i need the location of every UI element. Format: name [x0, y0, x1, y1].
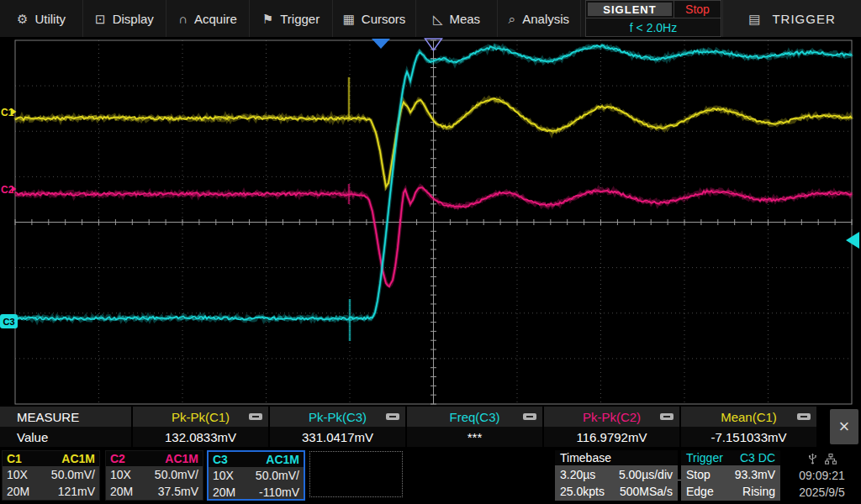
menu-analysis[interactable]: Analysis — [498, 0, 581, 37]
menu-analysis-label: Analysis — [522, 12, 569, 26]
cursors-grid-icon — [343, 13, 355, 25]
remove-measurement-button[interactable] — [386, 413, 399, 420]
trigger-source-coupling: C3 DC — [740, 451, 775, 465]
timebase-scale: 5.00µs/div — [619, 468, 673, 481]
menu-display-label: Display — [113, 12, 154, 26]
acquisition-status-box[interactable]: SIGLENT Stop f < 2.0Hz — [585, 0, 721, 37]
measure-value-label: Value — [0, 427, 133, 447]
clock-panel: 09:09:21 2025/9/5 — [784, 450, 859, 501]
measurement-label: Pk-Pk(C2) — [583, 410, 641, 424]
clock-date: 2025/9/5 — [799, 486, 845, 499]
trigger-position-marker[interactable] — [372, 39, 390, 49]
measurement-label: Mean(C1) — [721, 410, 777, 424]
measurement-label: Pk-Pk(C1) — [172, 410, 230, 424]
clock-time: 09:09:21 — [799, 469, 845, 482]
menu-utility[interactable]: Utility — [0, 0, 83, 37]
waveform-display[interactable]: C1C2C3 — [0, 38, 861, 407]
trigger-state: Stop — [686, 468, 710, 481]
measure-panel-title: MEASURE — [0, 407, 133, 427]
measure-panel: MEASURE Pk-Pk(C1) Pk-Pk(C3) Freq(C3) Pk-… — [0, 407, 861, 447]
probe-attenuation: 10X — [213, 469, 234, 482]
siglent-logo: SIGLENT — [588, 3, 672, 16]
close-measure-panel-button[interactable]: × — [830, 409, 858, 444]
measure-value-row: Value 132.0833mV 331.0417mV *** 116.9792… — [0, 427, 861, 447]
channel-box-c3[interactable]: C3 AC1M 10X50.0mV/ 20M-110mV — [207, 450, 305, 501]
channel-box-c1[interactable]: C1 AC1M 10X50.0mV/ 20M121mV — [2, 450, 100, 501]
trigger-panel-label: TRIGGER — [772, 12, 835, 26]
analysis-search-icon — [509, 13, 515, 25]
measure-header-row: MEASURE Pk-Pk(C1) Pk-Pk(C3) Freq(C3) Pk-… — [0, 407, 861, 427]
menu-display[interactable]: Display — [83, 0, 166, 37]
remove-measurement-button[interactable] — [797, 413, 811, 420]
trigger-frequency-readout: f < 2.0Hz — [586, 18, 721, 36]
volts-per-div: 50.0mV/ — [51, 468, 95, 481]
gear-icon — [17, 13, 28, 25]
lan-icon — [825, 454, 837, 465]
flag-icon — [262, 13, 273, 25]
trigger-level-marker[interactable] — [846, 232, 859, 249]
memory-depth: 25.0kpts — [560, 485, 605, 498]
menu-trigger-label: Trigger — [280, 12, 320, 26]
menu-cursors[interactable]: Cursors — [333, 0, 416, 37]
channel-coupling: AC1M — [61, 452, 95, 465]
channel-id: C1 — [7, 452, 22, 465]
volts-per-div: 50.0mV/ — [256, 469, 299, 482]
menu-trigger[interactable]: Trigger — [250, 0, 333, 37]
timebase-delay: 3.20µs — [560, 468, 595, 481]
trigger-title: Trigger — [686, 451, 723, 465]
remove-measurement-button[interactable] — [660, 413, 673, 420]
menu-meas[interactable]: Meas — [416, 0, 498, 37]
probe-attenuation: 10X — [7, 468, 28, 481]
scope-graticule: C1C2C3 — [0, 38, 861, 407]
measurement-value: 116.9792mV — [544, 427, 681, 447]
trigger-level: 93.3mV — [735, 468, 775, 481]
measurement-slot-1[interactable]: Pk-Pk(C1) — [133, 407, 270, 427]
measurement-label: Freq(C3) — [449, 410, 499, 424]
measurement-slot-4[interactable]: Pk-Pk(C2) — [544, 407, 681, 427]
bottom-status-bar: C1 AC1M 10X50.0mV/ 20M121mV C2 AC1M 10X5… — [0, 447, 861, 504]
trigger-status-box[interactable]: Trigger C3 DC Stop93.3mV EdgeRising — [681, 450, 780, 501]
channel-coupling: AC1M — [165, 452, 198, 465]
menu-acquire-label: Acquire — [194, 12, 237, 26]
bandwidth-limit: 20M — [110, 485, 133, 498]
menu-bar: Utility Display Acquire Trigger Cursors … — [0, 0, 861, 38]
volts-per-div: 50.0mV/ — [155, 468, 198, 481]
timebase-title: Timebase — [560, 451, 611, 465]
measurement-value: 132.0833mV — [133, 427, 270, 447]
measurement-value: 331.0417mV — [270, 427, 407, 447]
channel-box-c2[interactable]: C2 AC1M 10X50.0mV/ 20M37.5mV — [105, 450, 203, 501]
channel-id: C2 — [110, 452, 125, 465]
measurement-slot-3[interactable]: Freq(C3) — [407, 407, 544, 427]
sample-rate: 500MSa/s — [620, 485, 673, 498]
channel-offset: 37.5mV — [158, 485, 198, 498]
measurement-value: *** — [407, 427, 544, 447]
probe-attenuation: 10X — [110, 468, 131, 481]
oscilloscope-screen: Utility Display Acquire Trigger Cursors … — [0, 0, 861, 504]
channel-offset: -110mV — [259, 486, 299, 499]
trigger-panel-button[interactable]: TRIGGER — [722, 0, 861, 37]
trigger-slope: Rising — [742, 485, 775, 498]
bandwidth-limit: 20M — [213, 486, 235, 499]
display-icon — [95, 13, 106, 25]
channel-id: C3 — [213, 453, 228, 466]
acquire-icon — [178, 13, 188, 25]
status-top-row: SIGLENT Stop — [586, 1, 721, 18]
menu-cursors-label: Cursors — [362, 12, 406, 26]
measurement-slot-5[interactable]: Mean(C1) — [681, 407, 818, 427]
menu-utility-label: Utility — [34, 12, 66, 26]
timebase-box[interactable]: Timebase 3.20µs5.00µs/div 25.0kpts500MSa… — [555, 450, 678, 501]
svg-text:C3[interactable]: C3 — [3, 317, 14, 327]
menu-meas-label: Meas — [449, 12, 480, 26]
remove-measurement-button[interactable] — [249, 413, 262, 420]
bandwidth-limit: 20M — [7, 485, 29, 498]
add-channel-placeholder[interactable] — [309, 451, 403, 497]
channel-offset: 121mV — [58, 485, 95, 498]
usb-icon — [808, 453, 817, 465]
channel-coupling: AC1M — [266, 453, 299, 466]
trigger-list-icon — [748, 13, 761, 25]
remove-measurement-button[interactable] — [523, 413, 536, 420]
menu-acquire[interactable]: Acquire — [166, 0, 250, 37]
measurement-slot-2[interactable]: Pk-Pk(C3) — [270, 407, 407, 427]
measurement-label: Pk-Pk(C3) — [309, 410, 367, 424]
measure-ruler-icon — [433, 13, 443, 25]
